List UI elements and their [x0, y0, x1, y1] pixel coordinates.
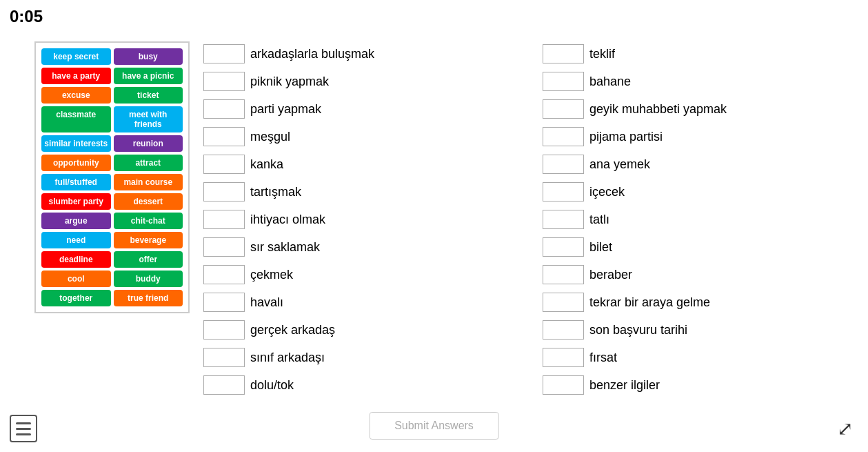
turkish-word: arkadaşlarla buluşmak [250, 47, 374, 61]
word-tag[interactable]: true friend [114, 290, 183, 306]
answer-input[interactable] [543, 348, 584, 367]
match-row-right: benzer ilgiler [543, 373, 861, 397]
match-row-right: ana yemek [543, 152, 861, 177]
turkish-word: ihtiyacı olmak [250, 213, 325, 227]
match-row-right: tekrar bir araya gelme [543, 290, 861, 315]
answer-input[interactable] [203, 293, 245, 312]
answer-input[interactable] [203, 375, 245, 395]
answer-input[interactable] [543, 237, 584, 257]
menu-button[interactable] [10, 415, 37, 442]
word-box: keep secretbusyhave a partyhave a picnic… [34, 41, 190, 313]
turkish-word: teklif [589, 47, 615, 61]
match-row-right: geyik muhabbeti yapmak [543, 97, 861, 121]
answer-input[interactable] [203, 155, 245, 174]
word-tag[interactable]: keep secret [41, 48, 111, 65]
answer-input[interactable] [543, 320, 584, 340]
answer-input[interactable] [203, 182, 245, 202]
expand-icon: ⤢ [837, 417, 853, 440]
word-tag[interactable]: main course [114, 174, 183, 190]
word-tag[interactable]: argue [41, 213, 111, 229]
answer-input[interactable] [203, 265, 245, 284]
match-row-left: çekmek [203, 262, 522, 287]
turkish-word: sır saklamak [250, 240, 320, 255]
word-tag[interactable]: deadline [41, 251, 111, 268]
answer-input[interactable] [203, 348, 245, 367]
word-tag[interactable]: ticket [114, 87, 183, 104]
answer-input[interactable] [203, 237, 245, 257]
menu-icon-line1 [16, 422, 31, 424]
answer-input[interactable] [203, 72, 245, 91]
turkish-word: piknik yapmak [250, 75, 329, 89]
turkish-word: tartışmak [250, 185, 301, 199]
answer-input[interactable] [543, 99, 584, 119]
match-row-left: kanka [203, 152, 522, 177]
word-tag[interactable]: offer [114, 251, 183, 268]
match-row-left: ihtiyacı olmak [203, 207, 522, 232]
match-row-right: beraber [543, 262, 861, 287]
turkish-word: meşgul [250, 130, 290, 144]
answer-input[interactable] [543, 72, 584, 91]
turkish-word: içecek [589, 185, 625, 199]
word-tag[interactable]: have a party [41, 68, 111, 84]
word-tag[interactable]: need [41, 232, 111, 248]
match-row-right: bahane [543, 69, 861, 94]
word-tag[interactable]: buddy [114, 271, 183, 287]
turkish-word: tekrar bir araya gelme [589, 295, 710, 310]
turkish-word: geyik muhabbeti yapmak [589, 102, 727, 117]
word-tag[interactable]: have a picnic [114, 68, 183, 84]
word-tag[interactable]: similar interests [41, 135, 111, 152]
answer-input[interactable] [543, 127, 584, 146]
word-tag[interactable]: chit-chat [114, 213, 183, 229]
match-row-right: içecek [543, 179, 861, 204]
answer-input[interactable] [203, 44, 245, 63]
match-row-left: arkadaşlarla buluşmak [203, 41, 522, 66]
word-tag[interactable]: full/stuffed [41, 174, 111, 190]
word-tag[interactable]: cool [41, 271, 111, 287]
match-row-left: meşgul [203, 124, 522, 149]
word-tag[interactable]: excuse [41, 87, 111, 104]
word-tag[interactable]: reunion [114, 135, 183, 152]
answer-input[interactable] [203, 99, 245, 119]
word-tag[interactable]: attract [114, 155, 183, 171]
answer-input[interactable] [203, 320, 245, 340]
expand-button[interactable]: ⤢ [831, 415, 858, 442]
answer-input[interactable] [543, 182, 584, 202]
answer-input[interactable] [203, 127, 245, 146]
match-row-left: havalı [203, 290, 522, 315]
match-row-right: fırsat [543, 345, 861, 370]
match-row-right: tatlı [543, 207, 861, 232]
right-column: teklifbahanegeyik muhabbeti yapmakpijama… [543, 41, 861, 397]
answer-input[interactable] [543, 265, 584, 284]
match-row-left: gerçek arkadaş [203, 317, 522, 342]
turkish-word: son başvuru tarihi [589, 323, 687, 337]
word-tag[interactable]: meet with friends [114, 106, 183, 132]
submit-button[interactable]: Submit Answers [369, 412, 499, 440]
answer-input[interactable] [543, 44, 584, 63]
word-tag[interactable]: dessert [114, 193, 183, 210]
turkish-word: kanka [250, 157, 283, 172]
word-tag[interactable]: together [41, 290, 111, 306]
answer-input[interactable] [543, 155, 584, 174]
match-row-right: teklif [543, 41, 861, 66]
match-row-left: piknik yapmak [203, 69, 522, 94]
answer-input[interactable] [543, 210, 584, 229]
word-tag[interactable]: busy [114, 48, 183, 65]
answer-input[interactable] [203, 210, 245, 229]
answer-input[interactable] [543, 375, 584, 395]
menu-icon-line2 [16, 428, 31, 430]
turkish-word: gerçek arkadaş [250, 323, 335, 337]
turkish-word: fırsat [589, 351, 617, 365]
word-tag[interactable]: classmate [41, 106, 111, 132]
turkish-word: benzer ilgiler [589, 378, 660, 393]
turkish-word: dolu/tok [250, 378, 294, 393]
word-tag[interactable]: slumber party [41, 193, 111, 210]
match-row-right: son başvuru tarihi [543, 317, 861, 342]
answer-input[interactable] [543, 293, 584, 312]
word-tag[interactable]: opportunity [41, 155, 111, 171]
left-column: arkadaşlarla buluşmakpiknik yapmakparti … [203, 41, 522, 397]
turkish-word: havalı [250, 295, 283, 310]
menu-icon-line3 [16, 433, 31, 435]
word-tag[interactable]: beverage [114, 232, 183, 248]
turkish-word: beraber [589, 268, 632, 282]
turkish-word: çekmek [250, 268, 293, 282]
